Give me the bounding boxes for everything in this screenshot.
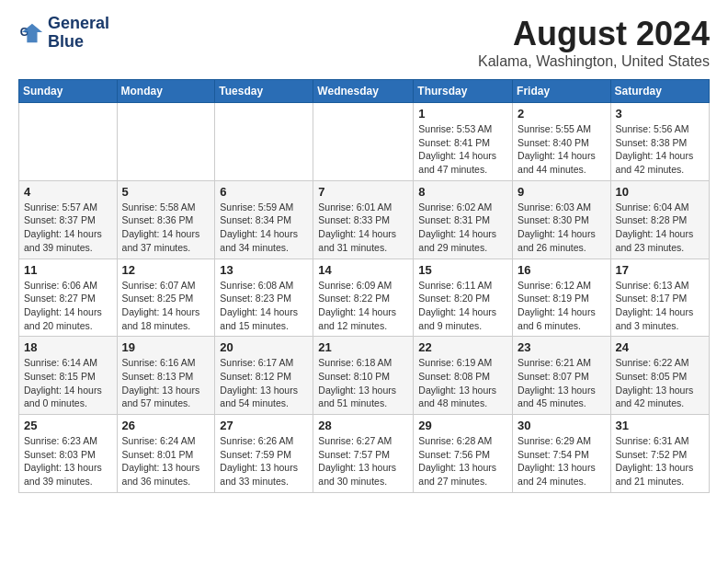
calendar-cell: 8Sunrise: 6:02 AM Sunset: 8:31 PM Daylig… — [414, 180, 513, 259]
calendar-cell: 18Sunrise: 6:14 AM Sunset: 8:15 PM Dayli… — [19, 337, 118, 415]
logo-line2: Blue — [48, 33, 109, 52]
day-number: 25 — [24, 419, 112, 432]
calendar-cell: 27Sunrise: 6:26 AM Sunset: 7:59 PM Dayli… — [215, 415, 313, 493]
calendar-cell: 3Sunrise: 5:56 AM Sunset: 8:38 PM Daylig… — [610, 103, 709, 181]
day-number: 20 — [220, 340, 308, 354]
day-info: Sunrise: 5:53 AM Sunset: 8:41 PM Dayligh… — [418, 122, 507, 177]
day-header-saturday: Saturday — [610, 80, 709, 103]
calendar-cell: 14Sunrise: 6:09 AM Sunset: 8:22 PM Dayli… — [313, 259, 414, 337]
day-info: Sunrise: 6:03 AM Sunset: 8:30 PM Dayligh… — [518, 201, 606, 255]
day-number: 3 — [616, 107, 704, 121]
day-info: Sunrise: 6:13 AM Sunset: 8:17 PM Dayligh… — [616, 279, 704, 333]
day-number: 26 — [122, 419, 210, 432]
calendar-cell: 22Sunrise: 6:19 AM Sunset: 8:08 PM Dayli… — [414, 337, 513, 415]
day-info: Sunrise: 6:04 AM Sunset: 8:28 PM Dayligh… — [616, 201, 704, 255]
location-title: Kalama, Washington, United States — [478, 53, 710, 70]
day-info: Sunrise: 6:22 AM Sunset: 8:05 PM Dayligh… — [616, 356, 704, 410]
day-info: Sunrise: 6:12 AM Sunset: 8:19 PM Dayligh… — [518, 279, 606, 333]
week-row-1: 1Sunrise: 5:53 AM Sunset: 8:41 PM Daylig… — [19, 103, 710, 181]
day-number: 8 — [418, 185, 507, 199]
day-number: 24 — [616, 340, 704, 354]
day-header-monday: Monday — [117, 80, 215, 103]
day-number: 16 — [518, 263, 606, 277]
day-info: Sunrise: 6:02 AM Sunset: 8:31 PM Dayligh… — [418, 201, 507, 255]
day-number: 11 — [24, 263, 112, 277]
calendar-cell: 24Sunrise: 6:22 AM Sunset: 8:05 PM Dayli… — [610, 337, 709, 415]
calendar-header-row: SundayMondayTuesdayWednesdayThursdayFrid… — [19, 80, 710, 103]
title-area: August 2024 Kalama, Washington, United S… — [478, 15, 710, 70]
week-row-2: 4Sunrise: 5:57 AM Sunset: 8:37 PM Daylig… — [19, 180, 710, 259]
day-info: Sunrise: 6:11 AM Sunset: 8:20 PM Dayligh… — [418, 279, 507, 333]
calendar-cell: 7Sunrise: 6:01 AM Sunset: 8:33 PM Daylig… — [313, 180, 414, 259]
day-info: Sunrise: 6:14 AM Sunset: 8:15 PM Dayligh… — [24, 356, 112, 410]
day-info: Sunrise: 6:31 AM Sunset: 7:52 PM Dayligh… — [616, 434, 704, 488]
day-info: Sunrise: 6:28 AM Sunset: 7:56 PM Dayligh… — [418, 434, 507, 488]
calendar-cell: 5Sunrise: 5:58 AM Sunset: 8:36 PM Daylig… — [117, 180, 215, 259]
day-number: 22 — [418, 340, 507, 354]
day-number: 17 — [616, 263, 704, 277]
calendar-cell: 29Sunrise: 6:28 AM Sunset: 7:56 PM Dayli… — [414, 415, 513, 493]
day-info: Sunrise: 6:19 AM Sunset: 8:08 PM Dayligh… — [418, 356, 507, 410]
page-header: G General Blue August 2024 Kalama, Washi… — [18, 15, 710, 70]
calendar-cell: 17Sunrise: 6:13 AM Sunset: 8:17 PM Dayli… — [610, 259, 709, 337]
day-info: Sunrise: 6:07 AM Sunset: 8:25 PM Dayligh… — [122, 279, 210, 333]
day-header-friday: Friday — [513, 80, 611, 103]
day-info: Sunrise: 5:55 AM Sunset: 8:40 PM Dayligh… — [518, 122, 606, 177]
calendar-cell — [19, 103, 118, 181]
day-number: 2 — [518, 107, 606, 121]
day-info: Sunrise: 6:24 AM Sunset: 8:01 PM Dayligh… — [122, 434, 210, 488]
day-number: 28 — [318, 419, 408, 432]
week-row-5: 25Sunrise: 6:23 AM Sunset: 8:03 PM Dayli… — [19, 415, 710, 493]
day-info: Sunrise: 6:08 AM Sunset: 8:23 PM Dayligh… — [220, 279, 308, 333]
calendar-cell: 25Sunrise: 6:23 AM Sunset: 8:03 PM Dayli… — [19, 415, 118, 493]
day-info: Sunrise: 6:16 AM Sunset: 8:13 PM Dayligh… — [122, 356, 210, 410]
day-number: 30 — [518, 419, 606, 432]
day-header-thursday: Thursday — [414, 80, 513, 103]
day-number: 15 — [418, 263, 507, 277]
calendar-cell: 6Sunrise: 5:59 AM Sunset: 8:34 PM Daylig… — [215, 180, 313, 259]
calendar-cell: 2Sunrise: 5:55 AM Sunset: 8:40 PM Daylig… — [513, 103, 611, 181]
day-info: Sunrise: 6:18 AM Sunset: 8:10 PM Dayligh… — [318, 356, 408, 410]
calendar-table: SundayMondayTuesdayWednesdayThursdayFrid… — [18, 79, 710, 493]
day-number: 12 — [122, 263, 210, 277]
day-number: 21 — [318, 340, 408, 354]
calendar-cell: 28Sunrise: 6:27 AM Sunset: 7:57 PM Dayli… — [313, 415, 414, 493]
calendar-cell: 1Sunrise: 5:53 AM Sunset: 8:41 PM Daylig… — [414, 103, 513, 181]
week-row-3: 11Sunrise: 6:06 AM Sunset: 8:27 PM Dayli… — [19, 259, 710, 337]
day-number: 6 — [220, 185, 308, 199]
day-header-sunday: Sunday — [19, 80, 118, 103]
day-number: 27 — [220, 419, 308, 432]
calendar-cell: 16Sunrise: 6:12 AM Sunset: 8:19 PM Dayli… — [513, 259, 611, 337]
day-header-tuesday: Tuesday — [215, 80, 313, 103]
day-number: 7 — [318, 185, 408, 199]
day-info: Sunrise: 5:57 AM Sunset: 8:37 PM Dayligh… — [24, 201, 112, 255]
day-info: Sunrise: 6:06 AM Sunset: 8:27 PM Dayligh… — [24, 279, 112, 333]
day-number: 18 — [24, 340, 112, 354]
day-number: 1 — [418, 107, 507, 121]
calendar-cell: 12Sunrise: 6:07 AM Sunset: 8:25 PM Dayli… — [117, 259, 215, 337]
day-number: 10 — [616, 185, 704, 199]
day-info: Sunrise: 6:27 AM Sunset: 7:57 PM Dayligh… — [318, 434, 408, 488]
day-number: 14 — [318, 263, 408, 277]
day-info: Sunrise: 6:29 AM Sunset: 7:54 PM Dayligh… — [518, 434, 606, 488]
calendar-cell — [117, 103, 215, 181]
calendar-cell: 4Sunrise: 5:57 AM Sunset: 8:37 PM Daylig… — [19, 180, 118, 259]
day-info: Sunrise: 5:59 AM Sunset: 8:34 PM Dayligh… — [220, 201, 308, 255]
day-info: Sunrise: 6:17 AM Sunset: 8:12 PM Dayligh… — [220, 356, 308, 410]
logo-line1: General — [48, 15, 109, 33]
day-header-wednesday: Wednesday — [313, 80, 414, 103]
day-number: 19 — [122, 340, 210, 354]
calendar-cell: 21Sunrise: 6:18 AM Sunset: 8:10 PM Dayli… — [313, 337, 414, 415]
day-number: 31 — [616, 419, 704, 432]
calendar-cell: 15Sunrise: 6:11 AM Sunset: 8:20 PM Dayli… — [414, 259, 513, 337]
day-info: Sunrise: 6:21 AM Sunset: 8:07 PM Dayligh… — [518, 356, 606, 410]
day-number: 23 — [518, 340, 606, 354]
logo: G General Blue — [18, 15, 109, 52]
calendar-cell: 9Sunrise: 6:03 AM Sunset: 8:30 PM Daylig… — [513, 180, 611, 259]
day-number: 9 — [518, 185, 606, 199]
day-info: Sunrise: 6:23 AM Sunset: 8:03 PM Dayligh… — [24, 434, 112, 488]
day-number: 29 — [418, 419, 507, 432]
day-info: Sunrise: 6:01 AM Sunset: 8:33 PM Dayligh… — [318, 201, 408, 255]
calendar-cell: 19Sunrise: 6:16 AM Sunset: 8:13 PM Dayli… — [117, 337, 215, 415]
calendar-cell — [215, 103, 313, 181]
